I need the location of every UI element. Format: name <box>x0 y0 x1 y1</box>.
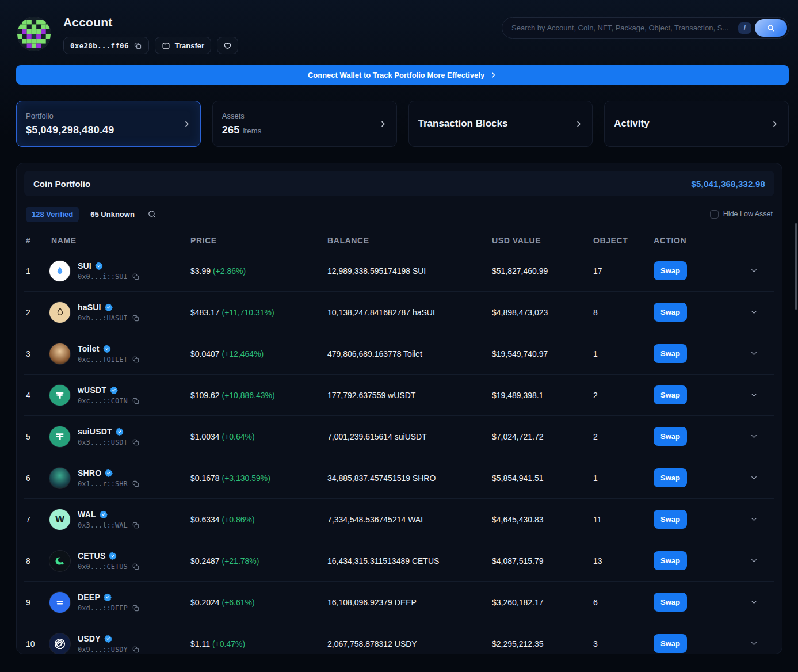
chevron-right-icon <box>182 120 191 128</box>
chevron-right-icon <box>770 120 779 128</box>
price-change: (+0.47%) <box>212 639 245 648</box>
chevron-down-icon[interactable] <box>738 556 774 565</box>
verified-badge-icon <box>109 552 117 560</box>
swap-button[interactable]: Swap <box>654 385 687 404</box>
copy-icon[interactable] <box>132 480 140 488</box>
hide-low-asset-toggle[interactable]: Hide Low Asset <box>710 210 773 219</box>
coin-portfolio-total: $5,041,368,332.98 <box>691 179 765 189</box>
coin-address: 0x9...::USDY <box>78 646 128 654</box>
swap-button[interactable]: Swap <box>654 468 687 487</box>
assets-label: Assets <box>222 112 379 120</box>
coin-balance: 34,885,837.457451519 SHRO <box>326 474 490 483</box>
verified-badge-icon <box>95 262 103 270</box>
coin-price: $0.2024 <box>190 598 220 607</box>
copy-icon[interactable] <box>132 273 140 281</box>
scrollbar[interactable] <box>795 223 797 310</box>
transfer-button[interactable]: Transfer <box>155 37 211 54</box>
swap-button[interactable]: Swap <box>654 427 687 446</box>
table-row[interactable]: 10 USDY 0x9...::USDY $1.11 <box>24 623 774 654</box>
coin-address: 0x0...i::SUI <box>78 273 128 281</box>
verified-badge-icon <box>116 427 124 436</box>
table-row[interactable]: 2 haSUI 0xb...:HASUI $483.17 <box>24 292 774 333</box>
search-button[interactable] <box>755 19 787 37</box>
chevron-down-icon[interactable] <box>738 598 774 606</box>
copy-icon[interactable] <box>132 604 140 612</box>
favorite-button[interactable] <box>217 37 238 54</box>
coin-balance: 479,806,689.163778 Toilet <box>326 349 490 358</box>
chevron-down-icon[interactable] <box>738 515 774 524</box>
table-row[interactable]: 9 DEEP 0xd...::DEEP $0.2024 <box>24 582 774 623</box>
coin-balance: 7,334,548.536745214 WAL <box>326 515 490 524</box>
verified-badge-icon <box>103 345 111 353</box>
usd-value: $7,024,721.72 <box>490 432 591 441</box>
price-change: (+11,710.31%) <box>222 308 274 317</box>
copy-icon[interactable] <box>132 356 140 364</box>
chevron-down-icon[interactable] <box>738 266 774 275</box>
swap-button[interactable]: Swap <box>654 593 687 612</box>
chevron-down-icon[interactable] <box>738 432 774 441</box>
copy-icon[interactable] <box>132 397 140 405</box>
object-count: 1 <box>591 474 652 483</box>
coin-portfolio-title: Coin Portfolio <box>33 179 691 189</box>
swap-button[interactable]: Swap <box>654 303 687 322</box>
swap-button[interactable]: Swap <box>654 634 687 653</box>
table-row[interactable]: 1 SUI 0x0...i::SUI $3.99 ( <box>24 250 774 292</box>
price-change: (+0.64%) <box>222 432 255 441</box>
table-row[interactable]: 4 wUSDT 0xc...::COIN $109.62 <box>24 375 774 416</box>
account-address: 0xe28b...ff06 <box>70 41 129 50</box>
table-row[interactable]: 5 suiUSDT 0x3...::USDT $1.0034 <box>24 416 774 457</box>
tab-verified[interactable]: 128 Verified <box>26 207 79 222</box>
coin-portfolio-header: Coin Portfolio $5,041,368,332.98 <box>24 171 774 196</box>
chevron-down-icon[interactable] <box>738 308 774 316</box>
copy-icon[interactable] <box>132 521 140 529</box>
card-activity[interactable]: Activity <box>604 101 789 147</box>
row-index: 2 <box>24 308 49 317</box>
table-search-icon[interactable] <box>147 209 157 219</box>
coin-icon <box>49 302 70 323</box>
chevron-down-icon[interactable] <box>738 474 774 482</box>
coin-price: $483.17 <box>190 308 220 317</box>
col-name: NAME <box>49 236 189 245</box>
coin-address: 0xb...:HASUI <box>78 314 128 322</box>
object-count: 1 <box>591 349 652 358</box>
swap-button[interactable]: Swap <box>654 344 687 363</box>
swap-button[interactable]: Swap <box>654 551 687 570</box>
heart-icon <box>223 41 232 51</box>
avatar <box>17 17 51 51</box>
row-index: 10 <box>24 639 49 648</box>
connect-wallet-banner[interactable]: Connect Wallet to Track Portfolio More E… <box>16 65 789 85</box>
card-portfolio[interactable]: Portfolio $5,049,298,480.49 <box>16 101 201 147</box>
copy-icon[interactable] <box>132 563 140 571</box>
price-change: (+12,464%) <box>222 349 264 358</box>
copy-icon[interactable] <box>132 438 140 446</box>
row-index: 9 <box>24 598 49 607</box>
tab-unknown[interactable]: 65 Unknown <box>90 210 135 219</box>
table-row[interactable]: 6 SHRO 0x1...r::SHR $0.1678 <box>24 457 774 499</box>
copy-icon[interactable] <box>132 314 140 322</box>
card-transaction-blocks[interactable]: Transaction Blocks <box>408 101 593 147</box>
hide-low-asset-checkbox[interactable] <box>710 210 719 219</box>
swap-button[interactable]: Swap <box>654 261 687 280</box>
copy-icon[interactable] <box>133 41 142 50</box>
chevron-down-icon[interactable] <box>738 639 774 648</box>
swap-button[interactable]: Swap <box>654 510 687 529</box>
search-icon <box>766 24 776 33</box>
coin-icon <box>49 261 70 281</box>
copy-icon[interactable] <box>132 646 140 654</box>
chevron-down-icon[interactable] <box>738 391 774 399</box>
coin-icon <box>49 426 70 447</box>
card-assets[interactable]: Assets 265items <box>212 101 397 147</box>
table-row[interactable]: 7 W WAL 0x3...l::WAL $0.6334 <box>24 499 774 540</box>
coin-address: 0x3...l::WAL <box>78 521 128 529</box>
object-count: 13 <box>591 556 652 566</box>
chevron-right-icon <box>574 120 583 128</box>
address-pill[interactable]: 0xe28b...ff06 <box>63 37 149 54</box>
chevron-down-icon[interactable] <box>738 349 774 358</box>
coin-balance: 12,989,338.595174198 SUI <box>326 266 490 276</box>
search-input[interactable] <box>511 24 738 32</box>
wallet-icon <box>162 41 170 50</box>
table-row[interactable]: 8 CETUS 0x0...:CETUS $0.2487 <box>24 540 774 582</box>
table-row[interactable]: 3 Toilet 0xc...TOILET $0.0407 <box>24 333 774 375</box>
coin-address: 0xd...::DEEP <box>78 604 128 612</box>
coin-name: USDY <box>78 634 101 643</box>
